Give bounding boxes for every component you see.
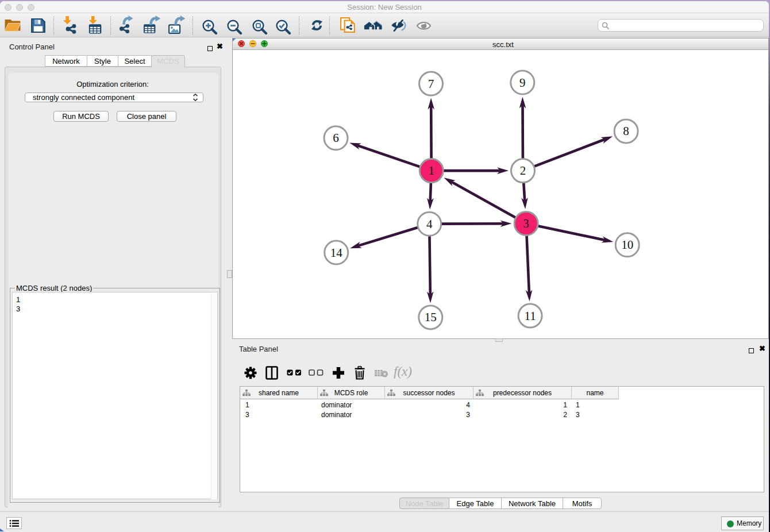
svg-text:10: 10 bbox=[621, 238, 633, 252]
svg-text:7: 7 bbox=[428, 77, 434, 91]
svg-text:2: 2 bbox=[520, 164, 526, 178]
svg-text:6: 6 bbox=[333, 131, 339, 145]
svg-text:8: 8 bbox=[623, 124, 629, 138]
svg-text:9: 9 bbox=[519, 76, 526, 90]
svg-text:4: 4 bbox=[426, 217, 433, 231]
svg-text:15: 15 bbox=[425, 310, 437, 324]
svg-text:11: 11 bbox=[524, 309, 536, 323]
svg-text:1: 1 bbox=[428, 164, 434, 178]
svg-text:3: 3 bbox=[523, 217, 529, 230]
svg-text:14: 14 bbox=[330, 246, 343, 260]
